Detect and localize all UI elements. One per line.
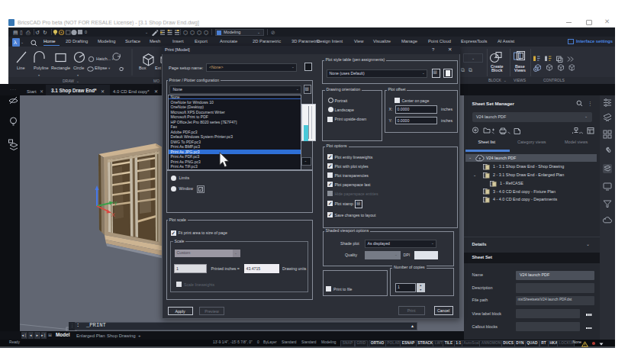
svg-text:X: X [111,212,115,217]
svg-text:Y: Y [114,201,118,206]
